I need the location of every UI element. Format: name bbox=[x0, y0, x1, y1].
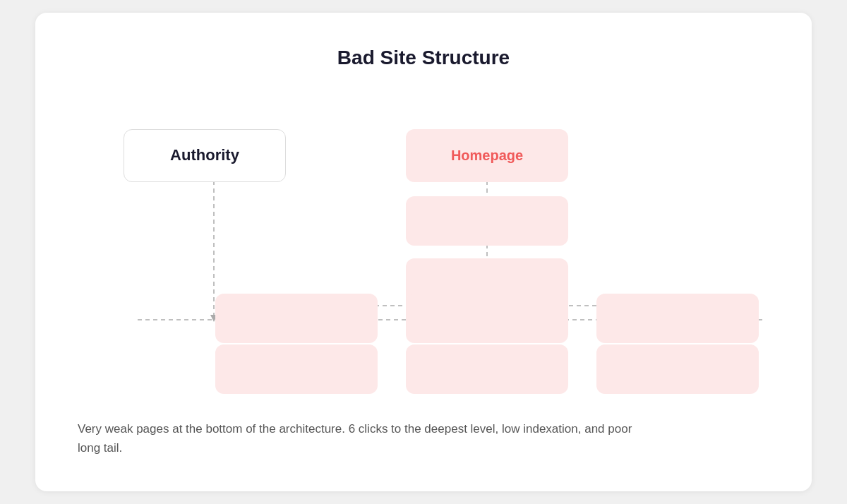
diagram: Authority Homepage bbox=[78, 97, 769, 394]
level5-center-node bbox=[406, 344, 568, 394]
homepage-label: Homepage bbox=[451, 148, 523, 164]
level4-left-node bbox=[215, 294, 378, 343]
level5-right-node bbox=[596, 344, 759, 394]
authority-label: Authority bbox=[170, 146, 239, 164]
level4-center-node bbox=[406, 294, 568, 343]
caption-text: Very weak pages at the bottom of the arc… bbox=[78, 419, 642, 457]
main-card: Bad Site Structure Authority bbox=[35, 13, 812, 491]
level2-node bbox=[406, 196, 568, 246]
level5-left-node bbox=[215, 344, 378, 394]
homepage-node: Homepage bbox=[406, 129, 568, 182]
authority-node: Authority bbox=[124, 129, 286, 182]
level4-right-node bbox=[596, 294, 759, 343]
page-title: Bad Site Structure bbox=[78, 47, 769, 69]
